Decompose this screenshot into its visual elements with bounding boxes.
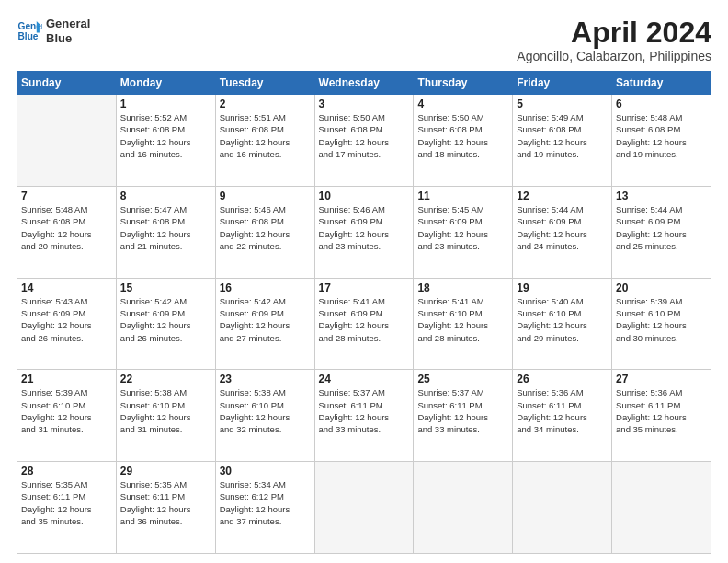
calendar-body: 1Sunrise: 5:52 AMSunset: 6:08 PMDaylight… [17,95,711,554]
calendar-header: SundayMondayTuesdayWednesdayThursdayFrid… [17,72,711,95]
calendar-cell: 10Sunrise: 5:46 AMSunset: 6:09 PMDayligh… [314,186,414,278]
calendar-week-0: 1Sunrise: 5:52 AMSunset: 6:08 PMDaylight… [17,95,711,187]
calendar-cell: 16Sunrise: 5:42 AMSunset: 6:09 PMDayligh… [215,278,314,370]
calendar-cell: 26Sunrise: 5:36 AMSunset: 6:11 PMDayligh… [513,370,612,462]
day-info: Sunrise: 5:48 AMSunset: 6:08 PMDaylight:… [616,111,707,160]
calendar-cell: 1Sunrise: 5:52 AMSunset: 6:08 PMDaylight… [116,95,215,187]
calendar-cell: 9Sunrise: 5:46 AMSunset: 6:08 PMDaylight… [215,186,314,278]
calendar-cell: 5Sunrise: 5:49 AMSunset: 6:08 PMDaylight… [513,95,612,187]
day-number: 3 [319,98,410,110]
calendar-cell: 15Sunrise: 5:42 AMSunset: 6:09 PMDayligh… [116,278,215,370]
day-number: 4 [417,98,508,110]
calendar-week-4: 28Sunrise: 5:35 AMSunset: 6:11 PMDayligh… [17,462,711,554]
day-info: Sunrise: 5:36 AMSunset: 6:11 PMDaylight:… [517,386,608,435]
day-info: Sunrise: 5:34 AMSunset: 6:12 PMDaylight:… [220,478,311,527]
header: General Blue General Blue April 2024 Ago… [17,17,711,63]
day-number: 2 [220,98,311,110]
page-subtitle: Agoncillo, Calabarzon, Philippines [517,49,711,63]
calendar-cell: 30Sunrise: 5:34 AMSunset: 6:12 PMDayligh… [215,462,314,554]
day-number: 29 [120,465,211,477]
day-info: Sunrise: 5:43 AMSunset: 6:09 PMDaylight:… [21,295,112,344]
calendar-cell: 18Sunrise: 5:41 AMSunset: 6:10 PMDayligh… [414,278,513,370]
calendar-cell [17,95,117,187]
logo: General Blue General Blue [17,17,90,45]
calendar-cell [513,462,612,554]
calendar-cell: 14Sunrise: 5:43 AMSunset: 6:09 PMDayligh… [17,278,117,370]
page-title: April 2024 [517,17,711,49]
day-number: 12 [517,190,608,202]
day-number: 13 [616,190,707,202]
calendar-header-monday: Monday [116,72,215,95]
day-info: Sunrise: 5:46 AMSunset: 6:09 PMDaylight:… [319,203,410,252]
day-info: Sunrise: 5:42 AMSunset: 6:09 PMDaylight:… [120,295,211,344]
day-number: 30 [220,465,311,477]
calendar-cell: 6Sunrise: 5:48 AMSunset: 6:08 PMDaylight… [612,95,711,187]
day-info: Sunrise: 5:49 AMSunset: 6:08 PMDaylight:… [517,111,608,160]
day-number: 15 [120,282,211,294]
day-info: Sunrise: 5:35 AMSunset: 6:11 PMDaylight:… [21,478,112,527]
calendar-cell: 2Sunrise: 5:51 AMSunset: 6:08 PMDaylight… [215,95,314,187]
day-info: Sunrise: 5:42 AMSunset: 6:09 PMDaylight:… [220,295,311,344]
calendar-cell: 24Sunrise: 5:37 AMSunset: 6:11 PMDayligh… [314,370,414,462]
day-number: 9 [220,190,311,202]
day-info: Sunrise: 5:51 AMSunset: 6:08 PMDaylight:… [220,111,311,160]
day-number: 17 [319,282,410,294]
day-number: 19 [517,282,608,294]
day-info: Sunrise: 5:39 AMSunset: 6:10 PMDaylight:… [616,295,707,344]
page: General Blue General Blue April 2024 Ago… [0,0,728,563]
calendar-week-2: 14Sunrise: 5:43 AMSunset: 6:09 PMDayligh… [17,278,711,370]
day-info: Sunrise: 5:50 AMSunset: 6:08 PMDaylight:… [417,111,508,160]
day-info: Sunrise: 5:41 AMSunset: 6:10 PMDaylight:… [417,295,508,344]
calendar-cell [612,462,711,554]
day-number: 8 [120,190,211,202]
day-info: Sunrise: 5:38 AMSunset: 6:10 PMDaylight:… [220,386,311,435]
day-info: Sunrise: 5:39 AMSunset: 6:10 PMDaylight:… [21,386,112,435]
day-info: Sunrise: 5:36 AMSunset: 6:11 PMDaylight:… [616,386,707,435]
day-number: 1 [120,98,211,110]
day-number: 20 [616,282,707,294]
calendar-cell: 28Sunrise: 5:35 AMSunset: 6:11 PMDayligh… [17,462,117,554]
calendar-cell: 12Sunrise: 5:44 AMSunset: 6:09 PMDayligh… [513,186,612,278]
logo-line2: Blue [46,31,90,46]
day-info: Sunrise: 5:38 AMSunset: 6:10 PMDaylight:… [120,386,211,435]
calendar-header-sunday: Sunday [17,72,117,95]
day-info: Sunrise: 5:45 AMSunset: 6:09 PMDaylight:… [417,203,508,252]
day-info: Sunrise: 5:52 AMSunset: 6:08 PMDaylight:… [120,111,211,160]
calendar-cell: 29Sunrise: 5:35 AMSunset: 6:11 PMDayligh… [116,462,215,554]
calendar-header-tuesday: Tuesday [215,72,314,95]
day-info: Sunrise: 5:44 AMSunset: 6:09 PMDaylight:… [616,203,707,252]
day-number: 16 [220,282,311,294]
day-info: Sunrise: 5:40 AMSunset: 6:10 PMDaylight:… [517,295,608,344]
calendar-cell: 8Sunrise: 5:47 AMSunset: 6:08 PMDaylight… [116,186,215,278]
day-info: Sunrise: 5:44 AMSunset: 6:09 PMDaylight:… [517,203,608,252]
day-number: 24 [319,373,410,385]
calendar-table: SundayMondayTuesdayWednesdayThursdayFrid… [17,71,711,554]
calendar-cell: 23Sunrise: 5:38 AMSunset: 6:10 PMDayligh… [215,370,314,462]
calendar-cell: 17Sunrise: 5:41 AMSunset: 6:09 PMDayligh… [314,278,414,370]
day-number: 10 [319,190,410,202]
calendar-header-thursday: Thursday [414,72,513,95]
calendar-header-friday: Friday [513,72,612,95]
logo-icon: General Blue [17,18,42,44]
calendar-cell: 22Sunrise: 5:38 AMSunset: 6:10 PMDayligh… [116,370,215,462]
day-number: 14 [21,282,112,294]
calendar-cell [414,462,513,554]
day-info: Sunrise: 5:37 AMSunset: 6:11 PMDaylight:… [417,386,508,435]
svg-text:Blue: Blue [18,30,39,40]
day-info: Sunrise: 5:47 AMSunset: 6:08 PMDaylight:… [120,203,211,252]
logo-text: General Blue [46,17,90,45]
day-info: Sunrise: 5:37 AMSunset: 6:11 PMDaylight:… [319,386,410,435]
title-block: April 2024 Agoncillo, Calabarzon, Philip… [517,17,711,63]
calendar-cell: 27Sunrise: 5:36 AMSunset: 6:11 PMDayligh… [612,370,711,462]
calendar-header-wednesday: Wednesday [314,72,414,95]
day-info: Sunrise: 5:50 AMSunset: 6:08 PMDaylight:… [319,111,410,160]
calendar-cell: 7Sunrise: 5:48 AMSunset: 6:08 PMDaylight… [17,186,117,278]
calendar-week-3: 21Sunrise: 5:39 AMSunset: 6:10 PMDayligh… [17,370,711,462]
calendar-cell [314,462,414,554]
day-number: 27 [616,373,707,385]
calendar-cell: 3Sunrise: 5:50 AMSunset: 6:08 PMDaylight… [314,95,414,187]
day-number: 26 [517,373,608,385]
calendar-cell: 11Sunrise: 5:45 AMSunset: 6:09 PMDayligh… [414,186,513,278]
day-number: 6 [616,98,707,110]
day-info: Sunrise: 5:35 AMSunset: 6:11 PMDaylight:… [120,478,211,527]
